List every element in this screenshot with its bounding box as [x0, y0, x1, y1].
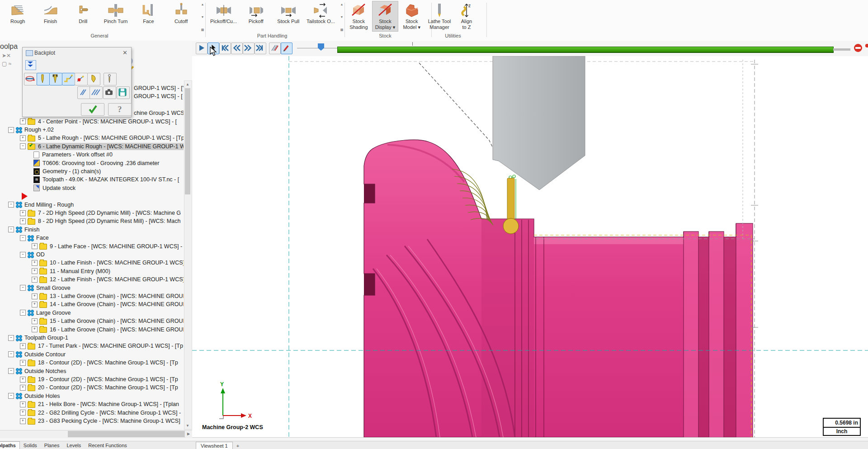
scrollbar-thumb[interactable] [185, 88, 190, 194]
tree-row[interactable]: +4 - Center Point - [WCS: MACHINE GROUP-… [0, 118, 184, 126]
ribbon-item-tailstock[interactable]: Tailstock O... [306, 1, 335, 26]
collapse-icon[interactable]: − [8, 202, 14, 208]
tree-row[interactable]: −Outside Notches [0, 367, 184, 375]
playback-play-button[interactable] [196, 43, 208, 54]
backplot-save-button[interactable] [117, 86, 130, 99]
tree-row[interactable]: +22 - G82 Drilling Cycle - [WCS: Machine… [0, 409, 184, 417]
backplot-hatch1-button[interactable] [77, 86, 90, 99]
tree-row[interactable]: +14 - Lathe Groove (Chain) - [WCS: MACHI… [0, 300, 184, 308]
expand-icon[interactable]: + [32, 260, 38, 266]
playback-to-start-button[interactable] [219, 43, 231, 54]
ribbon-item-pinch-turn[interactable]: Pinch Turn [101, 1, 131, 26]
tree-row[interactable]: −Small Groove [0, 284, 184, 292]
speed-slider-track[interactable] [297, 48, 338, 48]
insert-position-arrow-icon[interactable] [22, 193, 28, 200]
tree-row[interactable]: +21 - Helix Bore - [WCS: Machine Group-1… [0, 400, 184, 408]
select-arrow-icon[interactable]: ➤✕ [2, 52, 11, 59]
tree-vertical-scrollbar[interactable]: ▲ ▼ [184, 80, 192, 430]
ribbon-item-pickoff[interactable]: Pickoff [241, 1, 271, 26]
ribbon-item-stock-display[interactable]: StockDisplay ▾ [372, 1, 399, 32]
collapse-icon[interactable]: − [8, 127, 14, 133]
backplot-spin-button[interactable] [24, 73, 37, 85]
expand-icon[interactable]: + [20, 410, 26, 416]
playback-step-back-button[interactable] [231, 43, 243, 54]
expand-icon[interactable]: + [20, 210, 26, 216]
stop-condition-icon[interactable] [853, 43, 863, 53]
speed-slider-handle[interactable] [318, 43, 324, 51]
backplot-toolv-button[interactable] [104, 73, 117, 85]
scroll-down-icon[interactable]: ▼ [184, 422, 191, 429]
tab-levels[interactable]: Levels [63, 442, 85, 449]
tree-row[interactable]: −OD [0, 250, 184, 259]
ribbon-row-scroll[interactable]: ▲▼▩ [339, 3, 345, 32]
ribbon-item-rough[interactable]: Rough [3, 1, 33, 26]
collapse-icon[interactable]: − [8, 351, 14, 357]
expand-icon[interactable]: + [32, 318, 38, 324]
ribbon-item-face[interactable]: Face [133, 1, 163, 26]
playback-trace-gray-button[interactable] [269, 43, 281, 54]
tree-row[interactable]: −End Milling - Rough [0, 201, 184, 209]
tree-row[interactable]: +10 - Lathe Finish - [WCS: MACHINE GROUP… [0, 259, 184, 267]
backplot-hatch2-button[interactable] [90, 86, 103, 99]
playback-to-end-button[interactable] [255, 43, 266, 54]
backplot-endpoints-button[interactable] [75, 73, 88, 85]
backplot-camera-button[interactable] [103, 86, 116, 99]
ribbon-row-scroll[interactable]: ▲▼▩ [199, 3, 206, 32]
backplot-tool2-button[interactable] [87, 73, 100, 85]
expand-icon[interactable]: + [20, 343, 26, 349]
collapse-icon[interactable]: − [8, 227, 14, 232]
expand-icon[interactable]: + [20, 377, 26, 383]
dialog-titlebar[interactable]: Backplot ✕ [23, 47, 131, 58]
collapse-chevron-icon[interactable] [25, 60, 36, 70]
expand-icon[interactable]: + [20, 385, 26, 391]
expand-icon[interactable]: + [32, 293, 38, 299]
backplot-tool-button[interactable] [37, 73, 50, 85]
help-button[interactable]: ? [108, 103, 132, 116]
collapse-icon[interactable]: − [8, 335, 14, 341]
ok-button[interactable] [81, 103, 104, 116]
collapse-icon[interactable]: − [8, 393, 14, 399]
tree-row[interactable]: +16 - Lathe Groove (Chain) - [WCS: MACHI… [0, 326, 184, 334]
collapse-icon[interactable]: − [20, 285, 26, 291]
expand-icon[interactable]: + [32, 302, 38, 307]
close-icon[interactable]: ✕ [123, 49, 127, 56]
scroll-up-icon[interactable]: ▲ [184, 81, 191, 88]
collapse-icon[interactable]: − [20, 235, 26, 241]
expand-icon[interactable]: + [32, 268, 38, 274]
expand-icon[interactable]: + [32, 277, 38, 283]
tree-row[interactable]: −6 - Lathe Dynamic Rough - [WCS: MACHINE… [0, 142, 184, 151]
tree-row[interactable]: +9 - Lathe Face - [WCS: MACHINE GROUP-1 … [0, 242, 184, 250]
tree-horizontal-scrollbar[interactable]: ▶ [0, 430, 192, 438]
expand-icon[interactable]: + [32, 243, 38, 249]
ribbon-item-stock-model[interactable]: StockModel ▾ [398, 1, 425, 32]
ribbon-item-finish[interactable]: Finish [36, 1, 66, 26]
tree-row[interactable]: −Toolpath Group-1 [0, 334, 184, 342]
ribbon-item-stock-pull[interactable]: Stock Pull [274, 1, 303, 26]
tree-row[interactable]: +7 - 2D High Speed (2D Dynamic Mill) - [… [0, 209, 184, 217]
lock-icon[interactable]: ▢ ≈ [2, 61, 11, 67]
tree-row[interactable]: T0606: Grooving tool - Grooving .236 dia… [0, 159, 184, 167]
ribbon-item-stock-shading[interactable]: StockShading [345, 1, 372, 32]
tree-row[interactable]: +18 - Contour (2D) - [WCS: Machine Group… [0, 359, 184, 367]
tree-row[interactable]: −Face [0, 234, 184, 242]
playback-step-fwd-button[interactable] [243, 43, 255, 54]
ribbon-item-lathe-tool-manager[interactable]: Lathe ToolManager [426, 1, 453, 32]
ribbon-item-align-z[interactable]: zAlignto Z [453, 1, 480, 32]
tree-row[interactable]: +19 - Contour (2D) - [WCS: Machine Group… [0, 375, 184, 383]
tree-row[interactable]: Parameters - Work offset #0 [0, 151, 184, 159]
tree-row[interactable]: +8 - 2D High Speed (2D Dynamic Rest Mill… [0, 217, 184, 225]
expand-icon[interactable]: + [20, 118, 26, 124]
tab-recent-functions[interactable]: Recent Functions [85, 442, 131, 449]
backplot-rapid-button[interactable] [62, 73, 75, 85]
ribbon-item-pickoff-cutoff[interactable]: Pickoff/Cu... [209, 1, 239, 26]
graphics-viewport[interactable]: Y X [192, 56, 868, 437]
ribbon-item-drill[interactable]: Drill [68, 1, 98, 26]
tree-row[interactable] [0, 192, 184, 200]
tree-row[interactable]: +23 - G83 Pecking Cycle - [WCS: Machine … [0, 417, 184, 425]
tree-row[interactable]: +11 - Manual Entry (M00) [0, 267, 184, 275]
collapse-icon[interactable]: − [8, 368, 14, 374]
expand-icon[interactable]: + [32, 326, 38, 332]
collapse-icon[interactable]: − [20, 252, 26, 258]
expand-icon[interactable]: + [20, 218, 26, 224]
tree-row[interactable]: +20 - Contour (2D) - [WCS: Machine Group… [0, 383, 184, 392]
